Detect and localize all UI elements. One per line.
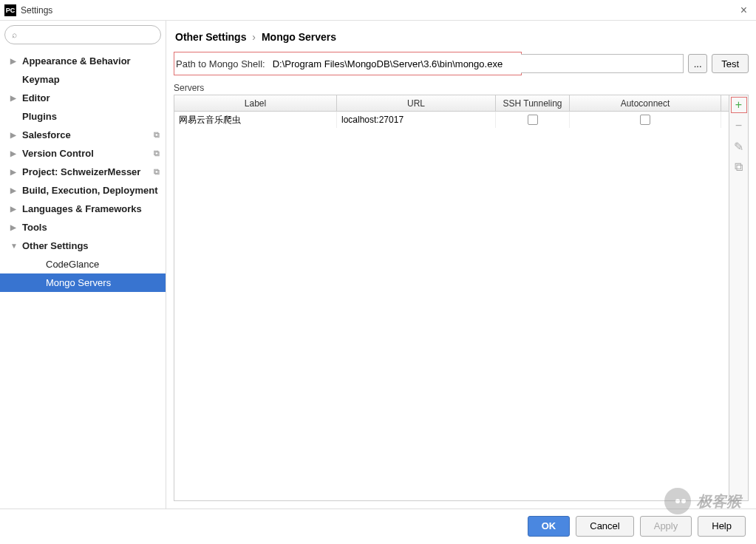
sidebar-item-editor[interactable]: ▶Editor bbox=[0, 89, 166, 107]
sidebar-item-label: Tools bbox=[22, 222, 47, 233]
expand-arrow-icon: ▶ bbox=[10, 205, 19, 213]
dialog-buttons: OK Cancel Apply Help bbox=[0, 509, 756, 543]
cell-ssh bbox=[496, 112, 570, 128]
window-title: Settings bbox=[21, 5, 52, 16]
close-button[interactable]: × bbox=[736, 4, 752, 17]
breadcrumb-parent[interactable]: Other Settings bbox=[175, 31, 246, 43]
col-ssh[interactable]: SSH Tunneling bbox=[496, 95, 570, 111]
copy-icon: ⧉ bbox=[154, 149, 160, 158]
cell-label: 网易云音乐爬虫 bbox=[174, 112, 337, 128]
app-icon: PC bbox=[4, 4, 16, 16]
help-button[interactable]: Help bbox=[698, 516, 746, 537]
sidebar-item-label: Salesforce bbox=[22, 129, 71, 140]
col-autoconnect[interactable]: Autoconnect bbox=[570, 95, 721, 111]
sidebar-item-label: Build, Execution, Deployment bbox=[22, 185, 157, 196]
sidebar-item-label: Version Control bbox=[22, 148, 94, 159]
sidebar-item-label: CodeGlance bbox=[46, 259, 99, 270]
cell-url: localhost:27017 bbox=[337, 112, 496, 128]
sidebar-item-appearance-behavior[interactable]: ▶Appearance & Behavior bbox=[0, 52, 166, 70]
copy-icon: ⧉ bbox=[154, 167, 160, 177]
mongo-shell-path-input-ext[interactable] bbox=[521, 54, 684, 73]
sidebar-item-plugins[interactable]: Plugins bbox=[0, 107, 166, 126]
sidebar-item-version-control[interactable]: ▶Version Control⧉ bbox=[0, 144, 166, 163]
sidebar-item-build-execution-deployment[interactable]: ▶Build, Execution, Deployment bbox=[0, 181, 166, 200]
sidebar-item-codeglance[interactable]: CodeGlance bbox=[0, 255, 166, 273]
sidebar-item-label: Project: SchweizerMesser bbox=[22, 166, 140, 177]
sidebar-item-label: Other Settings bbox=[22, 240, 89, 251]
expand-arrow-icon: ▶ bbox=[10, 57, 19, 65]
sidebar-item-label: Languages & Frameworks bbox=[22, 203, 142, 214]
settings-sidebar: ⌕ ▶Appearance & BehaviorKeymap▶EditorPlu… bbox=[0, 21, 166, 509]
breadcrumb: Other Settings › Mongo Servers bbox=[174, 31, 749, 43]
expand-arrow-icon: ▶ bbox=[10, 94, 19, 102]
servers-table-header: Label URL SSH Tunneling Autoconnect bbox=[174, 95, 729, 112]
remove-server-button[interactable]: − bbox=[731, 118, 747, 134]
servers-label: Servers bbox=[174, 83, 749, 93]
expand-arrow-icon: ▶ bbox=[10, 131, 19, 139]
copy-server-button[interactable]: ⧉ bbox=[731, 159, 747, 175]
sidebar-item-languages-frameworks[interactable]: ▶Languages & Frameworks bbox=[0, 200, 166, 218]
sidebar-item-label: Editor bbox=[22, 92, 50, 103]
titlebar: PC Settings × bbox=[0, 0, 756, 21]
ssh-checkbox[interactable] bbox=[528, 115, 538, 125]
add-server-button[interactable]: + bbox=[731, 97, 747, 113]
sidebar-item-mongo-servers[interactable]: Mongo Servers bbox=[0, 273, 166, 292]
path-label: Path to Mongo Shell: bbox=[176, 58, 268, 69]
edit-server-button[interactable]: ✎ bbox=[731, 138, 747, 154]
sidebar-item-other-settings[interactable]: ▼Other Settings bbox=[0, 237, 166, 255]
copy-icon: ⧉ bbox=[154, 130, 160, 140]
cell-autoconnect bbox=[570, 112, 721, 128]
col-url[interactable]: URL bbox=[337, 95, 496, 111]
servers-toolbar: + − ✎ ⧉ bbox=[729, 95, 748, 500]
servers-panel: Label URL SSH Tunneling Autoconnect 网易云音… bbox=[174, 95, 749, 501]
expand-arrow-icon: ▶ bbox=[10, 223, 19, 231]
browse-button[interactable]: ... bbox=[688, 54, 707, 73]
mongo-shell-path-input[interactable] bbox=[268, 54, 520, 73]
table-row[interactable]: 网易云音乐爬虫localhost:27017 bbox=[174, 112, 729, 128]
expand-arrow-icon: ▶ bbox=[10, 186, 19, 194]
sidebar-item-keymap[interactable]: Keymap bbox=[0, 70, 166, 89]
expand-arrow-icon: ▶ bbox=[10, 168, 19, 176]
sidebar-item-project-schweizermesser[interactable]: ▶Project: SchweizerMesser⧉ bbox=[0, 163, 166, 181]
test-button[interactable]: Test bbox=[712, 54, 749, 73]
cancel-button[interactable]: Cancel bbox=[576, 516, 633, 537]
expand-arrow-icon: ▶ bbox=[10, 149, 19, 157]
breadcrumb-current: Mongo Servers bbox=[262, 31, 336, 43]
sidebar-item-label: Keymap bbox=[22, 74, 60, 85]
sidebar-item-label: Plugins bbox=[22, 111, 57, 122]
autoconnect-checkbox[interactable] bbox=[640, 115, 650, 125]
sidebar-item-label: Appearance & Behavior bbox=[22, 55, 131, 67]
sidebar-item-salesforce[interactable]: ▶Salesforce⧉ bbox=[0, 126, 166, 144]
ok-button[interactable]: OK bbox=[528, 516, 571, 537]
sidebar-item-label: Mongo Servers bbox=[46, 277, 111, 288]
search-input[interactable] bbox=[4, 25, 161, 44]
settings-tree: ▶Appearance & BehaviorKeymap▶EditorPlugi… bbox=[0, 49, 166, 509]
apply-button[interactable]: Apply bbox=[640, 516, 692, 537]
expand-arrow-icon: ▼ bbox=[10, 242, 19, 250]
sidebar-item-tools[interactable]: ▶Tools bbox=[0, 218, 166, 237]
servers-table-body: 网易云音乐爬虫localhost:27017 bbox=[174, 112, 729, 500]
settings-content: Other Settings › Mongo Servers Path to M… bbox=[166, 21, 756, 509]
breadcrumb-separator: › bbox=[252, 31, 256, 43]
col-label[interactable]: Label bbox=[174, 95, 337, 111]
